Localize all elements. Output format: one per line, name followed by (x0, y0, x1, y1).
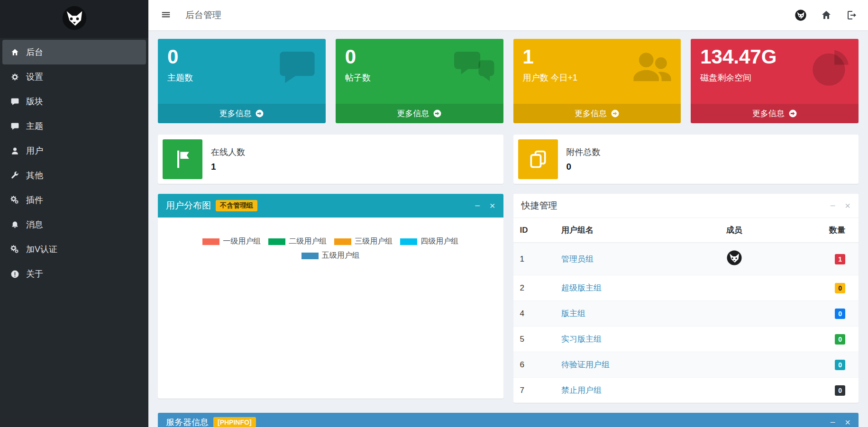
group-link[interactable]: 待验证用户组 (561, 360, 610, 369)
panel-badge: 不含管理组 (216, 200, 257, 211)
info-box-label: 附件总数 (566, 146, 601, 158)
count-badge: 0 (835, 360, 845, 370)
sidebar-item-about[interactable]: 关于 (0, 262, 148, 286)
close-button[interactable]: × (845, 201, 850, 210)
comments-icon (454, 46, 496, 88)
sidebar-item-label: 版块 (26, 96, 43, 107)
sidebar-toggle-button[interactable] (159, 8, 173, 22)
legend-item: 二级用户组 (268, 236, 327, 246)
info-box-label: 在线人数 (211, 146, 245, 158)
more-info-link[interactable]: 更多信息 (336, 104, 503, 123)
arrow-circle-right-icon (611, 109, 620, 118)
more-info-label: 更多信息 (752, 108, 785, 119)
sidebar-menu: 后台 设置 版块 主题 用户 其他 (0, 38, 148, 288)
sidebar-item-verify[interactable]: 加V认证 (0, 237, 148, 262)
minimize-button[interactable]: − (830, 201, 836, 210)
more-info-link[interactable]: 更多信息 (158, 104, 326, 123)
sidebar-logo[interactable] (0, 0, 148, 38)
user-icon (9, 146, 20, 155)
table-header-row: ID 用户组名 成员 数量 (513, 218, 859, 243)
arrow-circle-right-icon (433, 109, 442, 118)
panel-title: 服务器信息 (166, 417, 209, 427)
sidebar-item-users[interactable]: 用户 (0, 138, 148, 163)
comment-icon (276, 46, 318, 88)
sidebar-item-label: 用户 (26, 145, 43, 156)
copy-icon (518, 139, 558, 179)
sidebar-item-messages[interactable]: 消息 (0, 212, 148, 237)
sidebar-item-label: 关于 (26, 268, 43, 280)
member-avatar[interactable] (727, 250, 742, 265)
sidebar-item-label: 后台 (26, 46, 43, 58)
table-row: 5 实习版主组 0 (513, 327, 859, 352)
sidebar-item-label: 设置 (26, 71, 43, 82)
legend-swatch (268, 238, 285, 245)
close-button[interactable]: × (490, 201, 495, 210)
pie-chart-icon (809, 46, 851, 88)
phpinfo-badge[interactable]: [PHPINFO] (213, 417, 256, 427)
info-circle-icon (9, 269, 20, 279)
panel-title: 用户分布图 (166, 200, 211, 212)
sidebar-item-threads[interactable]: 主题 (0, 114, 148, 138)
minimize-button[interactable]: − (475, 201, 480, 210)
sidebar-item-label: 加V认证 (26, 244, 57, 255)
legend-item: 五级用户组 (302, 251, 360, 261)
cogs-icon (9, 245, 20, 254)
panel-header: 快捷管理 − × (513, 194, 859, 218)
panel-header: 服务器信息 [PHPINFO] − × (158, 413, 859, 427)
info-box-online: 在线人数 1 (158, 135, 503, 184)
group-link[interactable]: 禁止用户组 (561, 386, 602, 395)
stat-box-topics: 0 主题数 更多信息 (158, 39, 326, 123)
group-id: 1 (513, 243, 555, 275)
info-box-value: 0 (566, 162, 601, 172)
sidebar-item-dashboard[interactable]: 后台 (2, 40, 146, 64)
more-info-label: 更多信息 (397, 108, 429, 119)
group-id: 4 (513, 301, 555, 327)
more-info-link[interactable]: 更多信息 (691, 104, 859, 123)
info-box-row: 在线人数 1 附件总数 0 (158, 135, 859, 184)
count-badge: 0 (835, 283, 845, 293)
table-row: 4 版主组 0 (513, 301, 859, 327)
arrow-circle-right-icon (788, 109, 797, 118)
bell-icon (9, 220, 20, 229)
more-info-label: 更多信息 (575, 108, 607, 119)
quick-manage-panel: 快捷管理 − × ID 用户组名 成员 数量 (513, 194, 859, 403)
user-distribution-panel: 用户分布图 不含管理组 − × 一级用户组 二级用户组 三级用户组 四级用户组 (158, 194, 503, 399)
col-header-count: 数量 (783, 218, 859, 243)
stat-box-row: 0 主题数 更多信息 0 帖子数 更多信 (158, 39, 859, 123)
legend-swatch (400, 238, 417, 245)
sidebar-item-label: 消息 (26, 219, 43, 230)
sidebar-item-forums[interactable]: 版块 (0, 89, 148, 114)
chart-legend: 一级用户组 二级用户组 三级用户组 四级用户组 五级用户组 (183, 236, 477, 261)
info-box-value: 1 (211, 162, 245, 172)
flag-icon (163, 139, 202, 179)
legend-item: 三级用户组 (334, 236, 393, 246)
col-header-member: 成员 (686, 218, 783, 243)
panel-row: 用户分布图 不含管理组 − × 一级用户组 二级用户组 三级用户组 四级用户组 (158, 194, 859, 403)
legend-swatch (302, 253, 319, 259)
stat-box-posts: 0 帖子数 更多信息 (336, 39, 503, 123)
close-button[interactable]: × (845, 418, 850, 427)
sidebar-item-settings[interactable]: 设置 (0, 64, 148, 89)
group-id: 2 (513, 275, 555, 301)
minimize-button[interactable]: − (830, 418, 836, 427)
content: 0 主题数 更多信息 0 帖子数 更多信 (148, 30, 868, 427)
sidebar-item-other[interactable]: 其他 (0, 163, 148, 188)
group-id: 5 (513, 327, 555, 352)
pie-chart-area (167, 261, 494, 379)
user-group-table: ID 用户组名 成员 数量 1 管理员组 1 (513, 218, 859, 403)
sidebar-item-plugins[interactable]: 插件 (0, 188, 148, 212)
more-info-label: 更多信息 (219, 108, 251, 119)
top-navbar: 后台管理 (148, 0, 868, 30)
logout-icon[interactable] (846, 9, 858, 21)
group-link[interactable]: 版主组 (561, 309, 585, 318)
site-logo-icon[interactable] (795, 9, 806, 21)
chart-body: 一级用户组 二级用户组 三级用户组 四级用户组 五级用户组 (158, 218, 503, 389)
stat-box-users: 1 用户数 今日+1 更多信息 (513, 39, 681, 123)
more-info-link[interactable]: 更多信息 (513, 104, 681, 123)
group-link[interactable]: 实习版主组 (561, 335, 602, 344)
home-icon[interactable] (821, 9, 832, 21)
group-link[interactable]: 管理员组 (561, 254, 594, 263)
group-id: 6 (513, 352, 555, 378)
app-root: 后台 设置 版块 主题 用户 其他 (0, 0, 868, 427)
group-link[interactable]: 超级版主组 (561, 283, 602, 292)
